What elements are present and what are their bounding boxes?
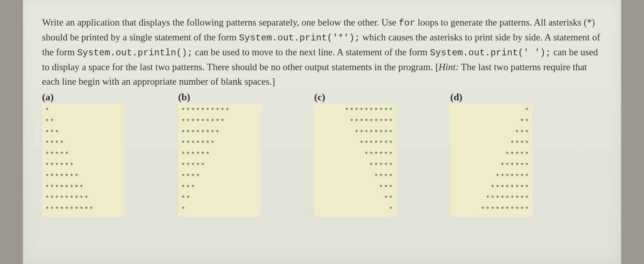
page: Write an application that displays the f… bbox=[23, 0, 621, 264]
question-text: Write an application that displays the f… bbox=[42, 15, 602, 89]
patterns-container: (a) * ** *** **** ***** ****** ******* *… bbox=[42, 92, 602, 217]
pattern-lines-c: ********** ********* ******** ******* **… bbox=[314, 104, 397, 217]
pattern-a: (a) * ** *** **** ***** ****** ******* *… bbox=[42, 92, 125, 217]
pattern-c: (c) ********** ********* ******** ******… bbox=[314, 92, 397, 217]
pattern-label-c: (c) bbox=[314, 92, 397, 103]
pattern-label-b: (b) bbox=[178, 92, 261, 103]
pattern-label-d: (d) bbox=[450, 92, 533, 103]
question-code4: System.out.print(' '); bbox=[430, 48, 551, 58]
question-code3: System.out.println(); bbox=[77, 48, 193, 58]
question-hint-label: Hint: bbox=[438, 62, 459, 72]
pattern-d: (d) * ** *** **** ***** ****** ******* *… bbox=[450, 92, 533, 217]
question-part1: Write an application that displays the f… bbox=[42, 17, 399, 27]
pattern-lines-d: * ** *** **** ***** ****** ******* *****… bbox=[450, 104, 533, 217]
pattern-b: (b) ********** ********* ******** ******… bbox=[178, 92, 261, 217]
pattern-label-a: (a) bbox=[42, 92, 125, 103]
question-code2: System.out.print('*'); bbox=[239, 33, 360, 43]
pattern-lines-a: * ** *** **** ***** ****** ******* *****… bbox=[42, 104, 125, 217]
question-code1: for bbox=[399, 18, 415, 28]
question-part4: can be used to move to the next line. A … bbox=[193, 47, 430, 57]
pattern-lines-b: ********** ********* ******** ******* **… bbox=[178, 104, 261, 217]
